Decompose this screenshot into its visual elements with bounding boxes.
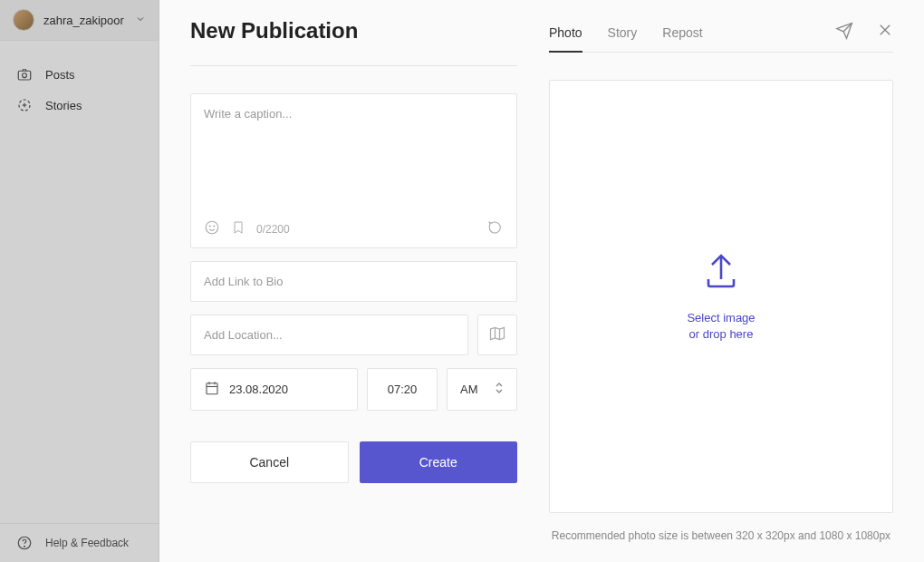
account-name: zahra_zakipoor bbox=[43, 14, 126, 27]
date-field[interactable]: 23.08.2020 bbox=[190, 368, 358, 411]
modal-form-column: New Publication 0/2200 bbox=[159, 0, 540, 562]
caption-counter: 0/2200 bbox=[256, 223, 290, 236]
caption-box: 0/2200 bbox=[190, 93, 517, 248]
modal-upload-column: Photo Story Repost Select image or drop … bbox=[540, 0, 924, 562]
nav-item-posts[interactable]: Posts bbox=[0, 59, 159, 90]
svg-point-1 bbox=[23, 73, 27, 78]
nav-item-label: Posts bbox=[45, 68, 75, 82]
chat-bubble-icon[interactable] bbox=[487, 219, 504, 238]
svg-rect-0 bbox=[18, 71, 31, 80]
svg-rect-12 bbox=[207, 383, 217, 394]
link-bio-input[interactable] bbox=[190, 261, 517, 302]
svg-point-10 bbox=[209, 226, 210, 227]
ampm-field[interactable]: AM bbox=[447, 368, 517, 411]
stories-icon bbox=[16, 97, 33, 113]
sidebar: zahra_zakipoor Posts Stories Help & Feed… bbox=[0, 0, 159, 562]
stepper-icon bbox=[495, 382, 504, 397]
modal-title: New Publication bbox=[190, 18, 517, 44]
tab-photo[interactable]: Photo bbox=[549, 25, 582, 53]
close-icon[interactable] bbox=[877, 22, 893, 44]
svg-point-9 bbox=[206, 221, 218, 234]
help-label: Help & Feedback bbox=[45, 537, 129, 549]
help-icon bbox=[16, 535, 33, 551]
ampm-value: AM bbox=[460, 383, 478, 396]
camera-icon bbox=[16, 66, 33, 82]
tab-repost[interactable]: Repost bbox=[662, 25, 702, 52]
caption-textarea[interactable] bbox=[204, 107, 504, 216]
emoji-icon[interactable] bbox=[204, 219, 220, 238]
time-value: 07:20 bbox=[388, 383, 418, 396]
upload-line2: or drop here bbox=[687, 326, 755, 343]
upload-line1: Select image bbox=[687, 310, 755, 326]
location-input[interactable] bbox=[190, 315, 468, 355]
upload-icon bbox=[699, 250, 743, 297]
send-icon[interactable] bbox=[835, 22, 853, 44]
bookmark-icon[interactable] bbox=[231, 219, 245, 238]
map-icon bbox=[488, 325, 506, 346]
calendar-icon bbox=[204, 380, 220, 399]
time-field[interactable]: 07:20 bbox=[367, 368, 438, 411]
divider bbox=[190, 65, 517, 66]
create-button[interactable]: Create bbox=[360, 441, 518, 483]
account-selector[interactable]: zahra_zakipoor bbox=[0, 0, 159, 41]
svg-point-11 bbox=[214, 226, 215, 227]
upload-recommendation: Recommended photo size is between 320 x … bbox=[549, 528, 893, 544]
avatar bbox=[13, 9, 34, 31]
svg-point-6 bbox=[24, 546, 25, 547]
nav-list: Posts Stories bbox=[0, 41, 159, 121]
chevron-down-icon bbox=[135, 12, 146, 28]
help-feedback[interactable]: Help & Feedback bbox=[0, 523, 159, 562]
nav-item-stories[interactable]: Stories bbox=[0, 90, 159, 121]
tab-story[interactable]: Story bbox=[608, 25, 638, 52]
cancel-button[interactable]: Cancel bbox=[190, 441, 349, 483]
date-value: 23.08.2020 bbox=[229, 383, 288, 396]
upload-zone[interactable]: Select image or drop here bbox=[549, 80, 893, 513]
nav-item-label: Stories bbox=[45, 99, 82, 112]
map-button[interactable] bbox=[477, 315, 517, 355]
new-publication-modal: New Publication 0/2200 bbox=[159, 0, 924, 562]
